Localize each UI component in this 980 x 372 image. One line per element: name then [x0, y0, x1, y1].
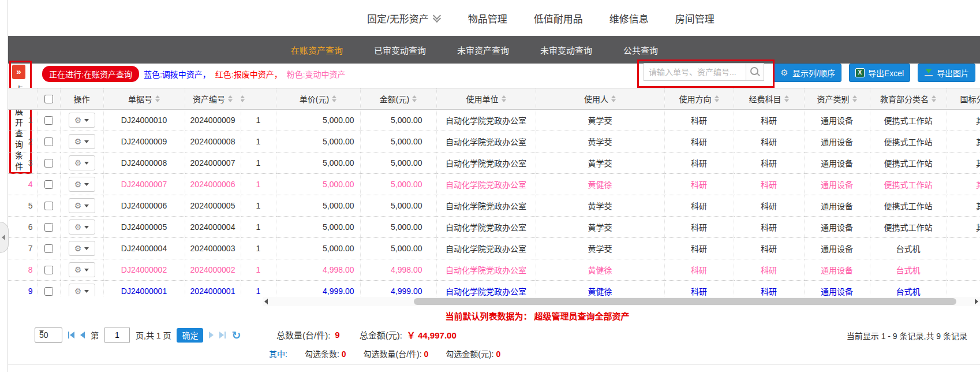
expand-filters-button[interactable]: » — [12, 65, 25, 79]
sort-icon — [715, 95, 719, 102]
unit-price-cell: 4,999.00 — [276, 281, 360, 297]
amount-cell: 5,000.00 — [360, 217, 436, 238]
column-header[interactable]: 单据号 — [103, 88, 185, 110]
page-number-input[interactable] — [104, 328, 130, 343]
funding-subject-cell: 科研 — [734, 152, 804, 174]
row-actions-button[interactable]: ⚙ — [69, 262, 95, 277]
page-size-select[interactable]: 50 — [35, 328, 62, 343]
using-unit-cell: 自动化学院党政办公室 — [436, 152, 536, 174]
refresh-icon[interactable]: ↻ — [231, 330, 241, 341]
row-actions-button[interactable]: ⚙ — [69, 198, 95, 213]
prev-page-button[interactable] — [80, 332, 85, 338]
edu-category-cell: 台式机 — [870, 259, 947, 281]
collapse-panel-handle[interactable] — [0, 222, 9, 253]
quantity-cell: 1 — [241, 152, 276, 174]
sub-nav-tab[interactable]: 公共查询 — [623, 44, 658, 56]
column-header[interactable]: 国标分类名 — [947, 88, 980, 110]
row-checkbox[interactable] — [44, 287, 53, 296]
row-actions-button[interactable]: ⚙ — [69, 155, 95, 170]
status-legend-item: 粉色:变动中资产 — [287, 68, 346, 80]
unit-price-cell: 4,998.00 — [276, 259, 360, 281]
column-header[interactable]: 金额(元) — [360, 88, 436, 110]
column-header[interactable]: 使用单位 — [436, 88, 536, 110]
top-nav-item[interactable]: 物品管理 — [468, 11, 507, 25]
quantity-cell: 1 — [241, 281, 276, 297]
checked-count-label: 勾选条数: — [305, 349, 339, 359]
row-actions-button[interactable]: ⚙ — [69, 134, 95, 149]
scroll-left-arrow-icon[interactable] — [264, 299, 268, 304]
scroll-right-arrow-icon[interactable] — [975, 299, 978, 304]
row-checkbox[interactable] — [44, 202, 53, 210]
row-actions-button[interactable]: ⚙ — [69, 113, 95, 128]
edu-category-cell: 便携式工作站 — [870, 217, 947, 238]
row-select-cell — [37, 152, 60, 174]
gear-icon: ⚙ — [74, 287, 82, 295]
funding-subject-cell: 科研 — [734, 110, 804, 131]
gb-category-cell: 其他 — [947, 110, 980, 131]
row-actions-cell: ⚙ — [60, 152, 103, 174]
column-header[interactable]: 教育部分类名 — [870, 88, 947, 110]
row-checkbox[interactable] — [44, 116, 53, 125]
sort-icon — [228, 95, 233, 102]
row-checkbox[interactable] — [44, 137, 53, 146]
column-header[interactable]: 资产编号 — [185, 88, 241, 110]
last-page-button[interactable] — [219, 332, 226, 338]
status-legend-item: 红色:报废中资产， — [215, 68, 282, 80]
first-page-button[interactable] — [68, 332, 74, 338]
doc-number-cell: DJ24000001 — [103, 281, 185, 297]
row-actions-button[interactable]: ⚙ — [69, 177, 95, 192]
unit-price-cell: 5,000.00 — [276, 217, 360, 238]
gb-category-cell: 其他 — [947, 217, 980, 238]
sub-nav-tab[interactable]: 未审资产查询 — [457, 44, 509, 56]
show-columns-button[interactable]: 显示列/顺序 — [773, 64, 841, 82]
row-actions-button[interactable]: ⚙ — [69, 220, 95, 235]
sub-nav-tab[interactable]: 未审变动查询 — [540, 44, 592, 56]
export-excel-button[interactable]: 导出Excel — [849, 64, 910, 82]
scrollbar-thumb[interactable] — [414, 298, 956, 305]
sub-nav-tab[interactable]: 在账资产查询 — [291, 44, 343, 56]
asset-number-cell: 2024000009 — [185, 110, 241, 131]
row-checkbox[interactable] — [44, 244, 53, 253]
top-nav-item[interactable]: 房间管理 — [675, 11, 715, 25]
table-row: 9⚙DJ24000001202400000114,999.004,999.00自… — [8, 281, 980, 297]
confirm-page-button[interactable]: 确定 — [177, 328, 203, 343]
row-checkbox[interactable] — [44, 266, 53, 274]
row-checkbox[interactable] — [44, 159, 53, 168]
column-header[interactable]: 数量(台/件) — [241, 88, 276, 110]
column-header[interactable]: 使用人 — [536, 88, 664, 110]
search-input[interactable] — [644, 63, 746, 81]
sort-icon — [412, 95, 417, 102]
total-amount-value: ￥ 44,997.00 — [407, 329, 457, 341]
search-button[interactable] — [746, 63, 764, 81]
quantity-cell: 1 — [241, 110, 276, 131]
table-row: 1⚙DJ24000010202400000915,000.005,000.00自… — [8, 110, 980, 131]
next-page-button[interactable] — [209, 332, 214, 338]
usage-direction-cell: 科研 — [664, 217, 734, 238]
asset-category-cell: 通用设备 — [804, 152, 870, 174]
select-all-checkbox[interactable] — [44, 95, 53, 103]
row-checkbox[interactable] — [44, 223, 53, 232]
records-info: 当前显示 1 - 9 条记录,共 9 条记录 — [847, 330, 967, 341]
checked-summary: 其中: 勾选条数: 0 勾选数量(台/件): 0 勾选金额(元): 0 — [269, 348, 500, 359]
column-header: 操作 — [60, 88, 103, 110]
horizontal-scrollbar[interactable] — [263, 297, 980, 306]
doc-number-cell: DJ24000010 — [103, 110, 185, 131]
top-nav-item[interactable]: 低值耐用品 — [534, 11, 583, 25]
sub-nav-tab[interactable]: 已审变动查询 — [374, 44, 426, 56]
unit-price-cell: 5,000.00 — [276, 195, 360, 217]
row-actions-button[interactable]: ⚙ — [69, 241, 95, 256]
column-header[interactable]: 经费科目 — [734, 88, 804, 110]
top-nav-item[interactable]: 固定/无形资产 — [367, 11, 442, 25]
column-header[interactable]: 单价(元) — [276, 88, 360, 110]
doc-number-cell: DJ24000005 — [103, 217, 185, 238]
column-header[interactable]: 资产类别 — [804, 88, 870, 110]
gb-category-cell: 其他 — [947, 152, 980, 174]
row-checkbox[interactable] — [44, 180, 53, 189]
row-actions-cell: ⚙ — [60, 174, 103, 195]
gear-icon: ⚙ — [74, 159, 82, 167]
top-nav-item[interactable]: 维修信息 — [609, 11, 649, 25]
quantity-cell: 1 — [241, 131, 276, 152]
row-actions-button[interactable]: ⚙ — [69, 284, 95, 296]
column-header[interactable]: 使用方向 — [664, 88, 734, 110]
export-image-button[interactable]: 导出图片 — [918, 64, 975, 82]
